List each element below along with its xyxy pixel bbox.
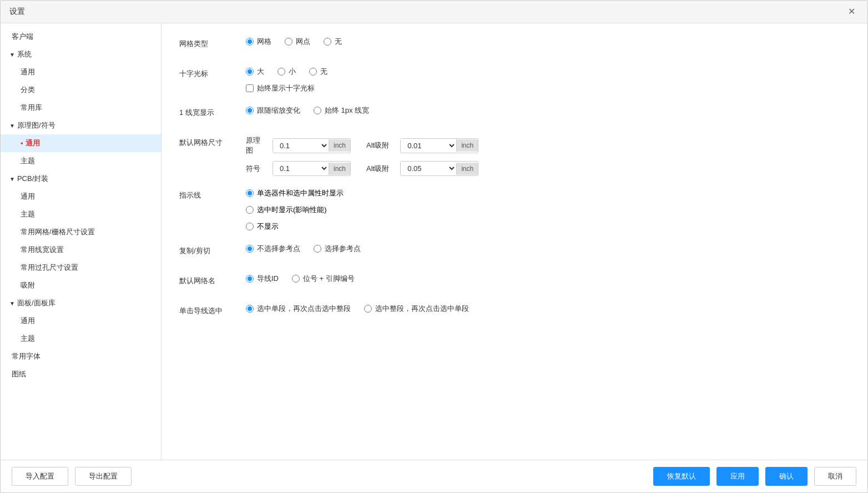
grid-size-symbol-row: 符号 0.1 0.05 0.025 0.01 inch Alt吸附 bbox=[246, 161, 478, 176]
radio-select-ref-input[interactable] bbox=[314, 245, 321, 253]
radio-wire-id[interactable]: 导线ID bbox=[246, 274, 279, 284]
radio-none2-input[interactable] bbox=[309, 68, 317, 76]
sidebar-child-pcb-general[interactable]: 通用 bbox=[1, 188, 161, 205]
radio-not-show[interactable]: 不显示 bbox=[246, 222, 344, 232]
radio-none1-input[interactable] bbox=[324, 38, 331, 46]
default-net-name-label: 默认网络名 bbox=[179, 274, 246, 286]
sidebar-child-pcb-linewidth[interactable]: 常用线宽设置 bbox=[1, 241, 161, 259]
radio-dot-label: 网点 bbox=[296, 37, 310, 47]
indicator-column: 单选器件和选中属性时显示 选中时显示(影响性能) 不显示 bbox=[246, 188, 344, 232]
radio-dot[interactable]: 网点 bbox=[285, 37, 310, 47]
radio-none1[interactable]: 无 bbox=[324, 37, 342, 47]
sidebar-child-pcb-snap[interactable]: 吸附 bbox=[1, 276, 161, 294]
radio-show-selected-input[interactable] bbox=[246, 189, 254, 197]
line-width-row: 1 线宽显示 跟随缩放变化 始终 1px 线宽 bbox=[179, 105, 850, 123]
dialog-title: 设置 bbox=[9, 7, 25, 17]
crosshair-radio-group: 大 小 无 bbox=[246, 67, 327, 77]
sidebar-child-schematic-general[interactable]: •通用 bbox=[1, 134, 161, 152]
radio-no-ref-input[interactable] bbox=[246, 245, 254, 253]
sidebar-child-pcb-via[interactable]: 常用过孔尺寸设置 bbox=[1, 259, 161, 276]
restore-default-button[interactable]: 恢复默认 bbox=[653, 467, 710, 486]
sidebar-child-system-common-lib[interactable]: 常用库 bbox=[1, 99, 161, 117]
radio-segment-first[interactable]: 选中单段，再次点击选中整段 bbox=[246, 304, 351, 314]
sidebar-child-pcb-theme[interactable]: 主题 bbox=[1, 205, 161, 223]
indicator-controls: 单选器件和选中属性时显示 选中时显示(影响性能) 不显示 bbox=[246, 188, 850, 232]
radio-pin-num-input[interactable] bbox=[292, 275, 300, 283]
radio-follow-zoom-input[interactable] bbox=[246, 107, 254, 114]
single-click-wire-radio-group: 选中单段，再次点击选中整段 选中整段，再次点击选中单段 bbox=[246, 304, 469, 314]
radio-always-1px[interactable]: 始终 1px 线宽 bbox=[314, 105, 369, 115]
indicator-row: 指示线 单选器件和选中属性时显示 选中时显示(影响性能) bbox=[179, 188, 850, 232]
always-show-crosshair[interactable]: 始终显示十字光标 bbox=[246, 83, 850, 93]
schematic-grid-select[interactable]: 0.1 0.05 0.025 0.01 bbox=[273, 139, 329, 153]
alt-snap2-select[interactable]: 0.05 0.025 0.01 bbox=[401, 162, 456, 175]
radio-select-ref-label: 选择参考点 bbox=[325, 244, 361, 254]
radio-show-selected[interactable]: 单选器件和选中属性时显示 bbox=[246, 188, 344, 198]
chevron-icon: ▼ bbox=[9, 300, 15, 306]
radio-show-on-select-input[interactable] bbox=[246, 206, 254, 214]
radio-none2-label: 无 bbox=[320, 67, 327, 77]
grid-type-controls: 网格 网点 无 bbox=[246, 37, 850, 47]
sidebar-child-schematic-theme[interactable]: 主题 bbox=[1, 152, 161, 170]
chevron-icon: ▼ bbox=[9, 176, 15, 182]
cancel-button[interactable]: 取消 bbox=[814, 467, 856, 486]
radio-small[interactable]: 小 bbox=[277, 67, 296, 77]
export-config-button[interactable]: 导出配置 bbox=[75, 467, 132, 486]
sidebar-section-pcb[interactable]: ▼ PCB/封装 bbox=[1, 170, 161, 188]
radio-large-input[interactable] bbox=[246, 68, 254, 76]
copy-cut-radio-group: 不选择参考点 选择参考点 bbox=[246, 244, 361, 254]
radio-dot-input[interactable] bbox=[285, 38, 292, 46]
footer: 导入配置 导出配置 恢复默认 应用 确认 取消 bbox=[1, 460, 867, 492]
radio-grid-label: 网格 bbox=[257, 37, 271, 47]
sidebar-child-panel-theme[interactable]: 主题 bbox=[1, 330, 161, 348]
symbol-grid-select-wrapper: 0.1 0.05 0.025 0.01 inch bbox=[272, 161, 351, 176]
radio-grid[interactable]: 网格 bbox=[246, 37, 271, 47]
radio-select-ref[interactable]: 选择参考点 bbox=[314, 244, 361, 254]
radio-pin-num[interactable]: 位号 + 引脚编号 bbox=[292, 274, 355, 284]
radio-no-ref[interactable]: 不选择参考点 bbox=[246, 244, 300, 254]
sidebar-section-schematic[interactable]: ▼ 原理图/符号 bbox=[1, 117, 161, 134]
copy-cut-label: 复制/剪切 bbox=[179, 244, 246, 256]
radio-segment-first-input[interactable] bbox=[246, 305, 254, 313]
radio-large-label: 大 bbox=[257, 67, 264, 77]
import-config-button[interactable]: 导入配置 bbox=[12, 467, 68, 486]
radio-show-on-select[interactable]: 选中时显示(影响性能) bbox=[246, 205, 344, 215]
radio-always-1px-input[interactable] bbox=[314, 107, 321, 114]
symbol-grid-select[interactable]: 0.1 0.05 0.025 0.01 bbox=[273, 162, 329, 175]
radio-small-label: 小 bbox=[289, 67, 296, 77]
sidebar-child-system-general[interactable]: 通用 bbox=[1, 63, 161, 81]
radio-large[interactable]: 大 bbox=[246, 67, 264, 77]
sidebar-section-system[interactable]: ▼ 系统 bbox=[1, 46, 161, 63]
alt-snap-select[interactable]: 0.01 0.005 0.025 bbox=[401, 139, 456, 153]
radio-wire-id-label: 导线ID bbox=[257, 274, 279, 284]
confirm-button[interactable]: 确认 bbox=[765, 467, 808, 486]
sidebar-item-paper[interactable]: 图纸 bbox=[1, 365, 161, 383]
sidebar-child-pcb-grid[interactable]: 常用网格/栅格尺寸设置 bbox=[1, 223, 161, 241]
line-width-label: 1 线宽显示 bbox=[179, 105, 246, 118]
schematic-grid-label: 原理图 bbox=[246, 135, 266, 155]
sidebar-child-panel-general[interactable]: 通用 bbox=[1, 312, 161, 330]
apply-button[interactable]: 应用 bbox=[716, 467, 759, 486]
symbol-grid-label: 符号 bbox=[246, 164, 266, 174]
radio-follow-zoom[interactable]: 跟随缩放变化 bbox=[246, 105, 300, 115]
radio-not-show-label: 不显示 bbox=[257, 222, 279, 232]
sidebar-item-common-font[interactable]: 常用字体 bbox=[1, 348, 161, 365]
indicator-label: 指示线 bbox=[179, 188, 246, 200]
radio-none1-label: 无 bbox=[335, 37, 342, 47]
grid-type-row: 网格类型 网格 网点 无 bbox=[179, 37, 850, 54]
radio-whole-first-input[interactable] bbox=[364, 305, 372, 313]
radio-whole-first[interactable]: 选中整段，再次点击选中单段 bbox=[364, 304, 469, 314]
default-net-name-controls: 导线ID 位号 + 引脚编号 bbox=[246, 274, 850, 284]
radio-not-show-input[interactable] bbox=[246, 223, 254, 230]
radio-show-on-select-label: 选中时显示(影响性能) bbox=[257, 205, 327, 215]
radio-small-input[interactable] bbox=[277, 68, 285, 76]
radio-grid-input[interactable] bbox=[246, 38, 254, 46]
sidebar-item-client[interactable]: 客户端 bbox=[1, 28, 161, 46]
close-button[interactable]: ✕ bbox=[845, 6, 859, 17]
line-width-controls: 跟随缩放变化 始终 1px 线宽 bbox=[246, 105, 850, 115]
radio-wire-id-input[interactable] bbox=[246, 275, 254, 283]
sidebar-section-panel[interactable]: ▼ 面板/面板库 bbox=[1, 294, 161, 312]
always-show-checkbox[interactable] bbox=[246, 84, 254, 92]
radio-none2[interactable]: 无 bbox=[309, 67, 327, 77]
sidebar-child-system-category[interactable]: 分类 bbox=[1, 81, 161, 99]
